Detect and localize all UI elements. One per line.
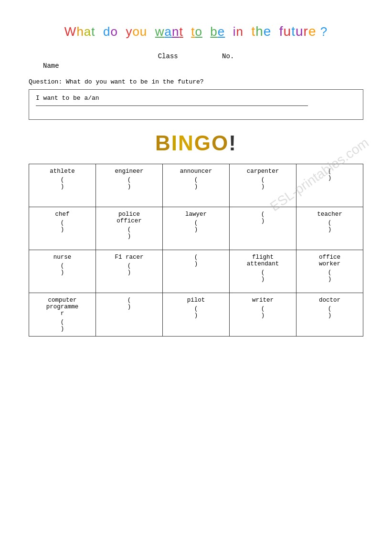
question-text: Question: What do you want to be in the … [29, 78, 363, 85]
cell-carpenter: carpenter ( ) [230, 164, 297, 207]
table-row: athlete ( ) engineer ( ) announcer ( ) [29, 164, 363, 207]
cell-athlete: athlete ( ) [29, 164, 96, 207]
table-row: chef ( ) policeofficer ( ) lawyer ( ) [29, 207, 363, 250]
cell-police-officer: policeofficer ( ) [96, 207, 163, 250]
cell-office-worker: officeworker ( ) [297, 250, 363, 293]
cell-chef: chef ( ) [29, 207, 96, 250]
table-row: nurse ( ) F1 racer ( ) ( ) [29, 250, 363, 293]
cell-teacher: teacher ( ) [297, 207, 363, 250]
name-line: Name [29, 62, 363, 70]
cell-f1-racer: F1 racer ( ) [96, 250, 163, 293]
class-no-line: Class No. [29, 53, 363, 60]
bingo-table: athlete ( ) engineer ( ) announcer ( ) [29, 164, 363, 337]
cell-pilot: pilot ( ) [163, 293, 230, 337]
table-row: computerprogrammer ( ) ( ) pilot ( ) [29, 293, 363, 337]
answer-line [36, 105, 308, 106]
cell-writer: writer ( ) [230, 293, 297, 337]
cell-lawyer: lawyer ( ) [163, 207, 230, 250]
cell-empty-2: ( ) [230, 207, 297, 250]
cell-empty-3: ( ) [163, 250, 230, 293]
bingo-title: BINGO! [29, 131, 363, 155]
cell-engineer: engineer ( ) [96, 164, 163, 207]
cell-doctor: doctor ( ) [297, 293, 363, 337]
cell-flight-attendant: flightattendant ( ) [230, 250, 297, 293]
cell-nurse: nurse ( ) [29, 250, 96, 293]
cell-computer-programmer: computerprogrammer ( ) [29, 293, 96, 337]
answer-box: I want to be a/an [29, 89, 363, 120]
page-title: What do you want to be in the future ? [29, 24, 363, 39]
cell-empty-4: ( ) [96, 293, 163, 337]
answer-prompt: I want to be a/an [36, 95, 356, 102]
cell-empty-1: ( ) [297, 164, 363, 207]
cell-announcer: announcer ( ) [163, 164, 230, 207]
